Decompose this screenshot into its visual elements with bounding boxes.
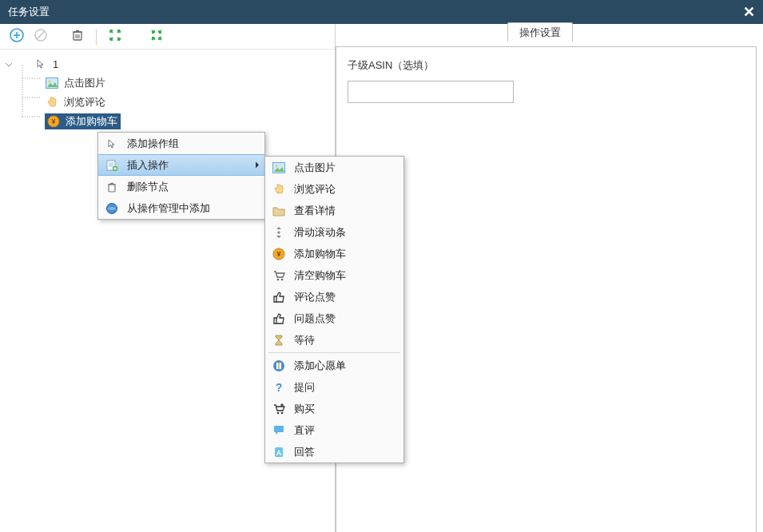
sub-label: 点击图片: [294, 161, 336, 175]
field-label-asin: 子级ASIN（选填）: [348, 58, 745, 73]
scroll-icon: [270, 224, 288, 241]
chevron-right-icon: [255, 159, 260, 171]
add-button[interactable]: [6, 26, 27, 47]
tree-item-label: 添加购物车: [66, 114, 117, 129]
plus-circle-icon: [10, 28, 24, 45]
image-icon: [270, 159, 288, 177]
chat-bubble-icon: [270, 422, 288, 439]
sub-label: 购买: [294, 402, 315, 416]
image-icon: [45, 76, 59, 90]
cursor-icon: [34, 57, 48, 71]
svg-point-31: [276, 165, 278, 167]
tree-collapse-icon[interactable]: [5, 59, 13, 67]
ctx-label: 添加操作组: [127, 137, 179, 151]
asin-input[interactable]: [348, 81, 514, 103]
cart-add-icon: [270, 400, 288, 418]
svg-text:¥: ¥: [51, 117, 55, 125]
context-submenu: 点击图片 浏览评论 查看详情 滑动滚动条 ¥ 添加购物车: [264, 156, 404, 463]
svg-point-16: [49, 81, 51, 83]
sub-wait[interactable]: 等待: [265, 329, 403, 351]
ctx-add-from-manager[interactable]: 从操作管理中添加: [98, 197, 264, 219]
hand-icon: [45, 95, 59, 109]
sub-label: 等待: [294, 333, 315, 347]
sub-add-wishlist[interactable]: 添加心愿单: [265, 355, 403, 376]
question-icon: ?: [270, 379, 288, 396]
expand-icon: [108, 28, 122, 45]
toolbar-separator: [96, 29, 97, 45]
slash-circle-icon: [34, 28, 48, 45]
delete-button[interactable]: [67, 26, 88, 47]
close-icon[interactable]: ✕: [743, 3, 755, 21]
submenu-divider: [268, 352, 400, 353]
sub-label: 回答: [294, 445, 315, 459]
sub-answer[interactable]: A 回答: [265, 441, 403, 463]
sub-browse-reviews[interactable]: 浏览评论: [265, 178, 403, 200]
hand-icon: [270, 181, 288, 198]
tree-root-node[interactable]: 1: [3, 54, 332, 73]
svg-rect-26: [109, 185, 115, 192]
title-bar: 任务设置 ✕: [0, 0, 763, 24]
sub-ask[interactable]: ? 提问: [265, 376, 403, 398]
cursor-icon: [103, 135, 121, 153]
ctx-label: 删除节点: [127, 180, 169, 194]
trash-icon: [70, 28, 85, 45]
folder-icon: [270, 202, 288, 220]
tree-item-label: 浏览评论: [64, 95, 105, 109]
context-menu: 添加操作组 插入操作 删除节点 从操: [97, 132, 265, 220]
sub-label: 直评: [294, 423, 315, 438]
thumbs-up-icon: [270, 288, 288, 306]
sub-label: 清空购物车: [294, 268, 346, 283]
tree-item-click-image[interactable]: 点击图片: [3, 73, 332, 93]
tree-item-browse-reviews[interactable]: 浏览评论: [3, 93, 332, 112]
window-title: 任务设置: [8, 5, 50, 19]
sub-label: 浏览评论: [294, 182, 336, 197]
sub-like-review[interactable]: 评论点赞: [265, 286, 403, 308]
sub-add-cart[interactable]: ¥ 添加购物车: [265, 243, 403, 264]
svg-point-35: [281, 278, 284, 280]
tab-operation-settings[interactable]: 操作设置: [507, 22, 573, 42]
ctx-delete-node[interactable]: 删除节点: [98, 176, 264, 197]
tree-item-label: 点击图片: [64, 76, 105, 90]
sub-label: 查看详情: [294, 204, 336, 218]
collapse-icon: [149, 28, 164, 45]
sub-label: 添加购物车: [294, 247, 346, 261]
sub-label: 添加心愿单: [294, 359, 346, 373]
cart-coin-icon: ¥: [270, 245, 288, 263]
svg-text:?: ?: [276, 381, 283, 394]
svg-point-34: [277, 278, 280, 280]
ctx-add-group[interactable]: 添加操作组: [98, 133, 264, 154]
sub-buy[interactable]: 购买: [265, 398, 403, 419]
sub-clear-cart[interactable]: 清空购物车: [265, 264, 403, 286]
svg-point-40: [277, 411, 280, 414]
collapse-button[interactable]: [146, 26, 167, 47]
sub-like-question[interactable]: 问题点赞: [265, 308, 403, 329]
hourglass-icon: [270, 332, 288, 349]
sub-click-image[interactable]: 点击图片: [265, 157, 403, 178]
sub-view-details[interactable]: 查看详情: [265, 200, 403, 221]
main-area: 1 点击图片 浏览评论 ¥ 添加购物车: [0, 24, 763, 532]
cart-icon: [270, 267, 288, 284]
disabled-button: [30, 26, 51, 47]
ctx-label: 插入操作: [127, 158, 169, 173]
document-plus-icon: [103, 157, 121, 174]
tab-bar: 操作设置: [507, 26, 573, 40]
expand-button[interactable]: [105, 26, 125, 47]
trash-icon: [103, 178, 121, 196]
tree-view: 1 点击图片 浏览评论 ¥ 添加购物车: [0, 50, 335, 136]
sub-label: 评论点赞: [294, 290, 336, 304]
tree-root-label: 1: [53, 58, 58, 70]
svg-text:¥: ¥: [276, 250, 280, 258]
svg-line-4: [38, 32, 45, 39]
sub-label: 提问: [294, 380, 315, 395]
ctx-insert-action[interactable]: 插入操作: [98, 154, 264, 176]
sub-direct-review[interactable]: 直评: [265, 419, 403, 441]
sub-label: 问题点赞: [294, 312, 336, 326]
sub-scroll[interactable]: 滑动滚动条: [265, 221, 403, 243]
book-icon: [270, 357, 288, 375]
toolbar: [0, 24, 335, 50]
ctx-label: 从操作管理中添加: [127, 201, 210, 216]
left-panel: 1 点击图片 浏览评论 ¥ 添加购物车: [0, 24, 336, 532]
svg-text:A: A: [276, 449, 282, 457]
sub-label: 滑动滚动条: [294, 225, 346, 240]
tree-item-add-cart[interactable]: ¥ 添加购物车: [3, 112, 332, 131]
